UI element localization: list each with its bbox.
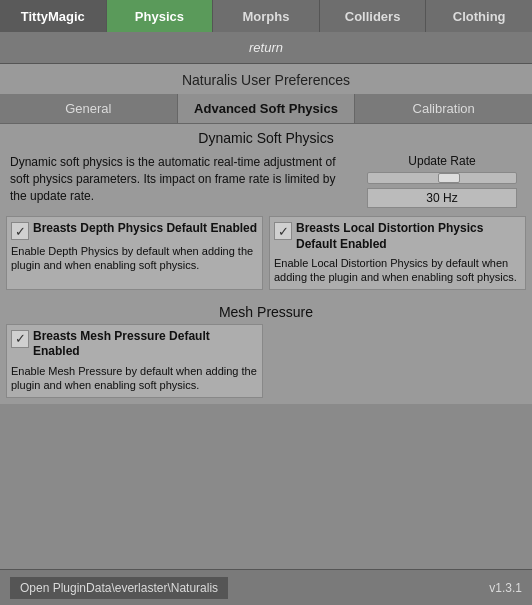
depth-physics-checkbox[interactable]: ✓ (11, 222, 29, 240)
preferences-title: Naturalis User Preferences (0, 64, 532, 94)
depth-physics-label: Breasts Depth Physics Default Enabled (33, 221, 257, 237)
sub-tab-general-label: General (65, 101, 111, 116)
dsp-body: Dynamic soft physics is the automatic re… (10, 154, 522, 208)
tab-clothing-label: Clothing (453, 9, 506, 24)
update-rate-slider[interactable] (367, 172, 517, 184)
mesh-pressure-checkbox[interactable]: ✓ (11, 330, 29, 348)
sub-tab-calibration-label: Calibration (413, 101, 475, 116)
return-bar: return (0, 32, 532, 64)
local-distortion-checkbox[interactable]: ✓ (274, 222, 292, 240)
tab-colliders[interactable]: Colliders (320, 0, 427, 32)
local-distortion-checkmark: ✓ (278, 225, 289, 238)
tab-physics-label: Physics (135, 9, 184, 24)
tab-clothing[interactable]: Clothing (426, 0, 532, 32)
tab-tittymagic-label: TittyMagic (21, 9, 85, 24)
checkbox-section: ✓ Breasts Depth Physics Default Enabled … (0, 216, 532, 298)
update-rate-box: Update Rate 30 Hz (362, 154, 522, 208)
dsp-section: Dynamic Soft Physics Dynamic soft physic… (0, 124, 532, 216)
depth-physics-label-row: ✓ Breasts Depth Physics Default Enabled (11, 221, 258, 240)
mesh-pressure-label: Breasts Mesh Pressure Default Enabled (33, 329, 258, 360)
depth-physics-checkmark: ✓ (15, 225, 26, 238)
sub-tab-advanced-soft-physics[interactable]: Advanced Soft Physics (178, 94, 356, 123)
sub-tab-advanced-label: Advanced Soft Physics (194, 101, 338, 116)
tab-morphs-label: Morphs (243, 9, 290, 24)
local-distortion-desc: Enable Local Distortion Physics by defau… (274, 256, 521, 285)
sub-tab-bar: General Advanced Soft Physics Calibratio… (0, 94, 532, 124)
tab-physics[interactable]: Physics (107, 0, 214, 32)
mesh-pressure-section: ✓ Breasts Mesh Pressure Default Enabled … (0, 324, 532, 404)
checkbox-row-1: ✓ Breasts Depth Physics Default Enabled … (6, 216, 526, 290)
tab-morphs[interactable]: Morphs (213, 0, 320, 32)
mesh-pressure-col: ✓ Breasts Mesh Pressure Default Enabled … (6, 324, 263, 398)
sub-tab-calibration[interactable]: Calibration (355, 94, 532, 123)
depth-physics-col: ✓ Breasts Depth Physics Default Enabled … (6, 216, 263, 290)
plugin-path-button[interactable]: Open PluginData\everlaster\Naturalis (10, 577, 228, 599)
local-distortion-label: Breasts Local Distortion Physics Default… (296, 221, 521, 252)
dsp-description: Dynamic soft physics is the automatic re… (10, 154, 352, 208)
dsp-title: Dynamic Soft Physics (10, 130, 522, 146)
tab-bar: TittyMagic Physics Morphs Colliders Clot… (0, 0, 532, 32)
local-distortion-col: ✓ Breasts Local Distortion Physics Defau… (269, 216, 526, 290)
tab-tittymagic[interactable]: TittyMagic (0, 0, 107, 32)
bottom-bar: Open PluginData\everlaster\Naturalis v1.… (0, 569, 532, 605)
mesh-pressure-title: Mesh Pressure (0, 298, 532, 324)
sub-tab-general[interactable]: General (0, 94, 178, 123)
update-rate-label: Update Rate (408, 154, 475, 168)
local-distortion-label-row: ✓ Breasts Local Distortion Physics Defau… (274, 221, 521, 252)
mesh-pressure-desc: Enable Mesh Pressure by default when add… (11, 364, 258, 393)
mesh-pressure-label-row: ✓ Breasts Mesh Pressure Default Enabled (11, 329, 258, 360)
rate-value: 30 Hz (367, 188, 517, 208)
version-label: v1.3.1 (489, 581, 522, 595)
mesh-pressure-checkmark: ✓ (15, 332, 26, 345)
tab-colliders-label: Colliders (345, 9, 401, 24)
slider-thumb (438, 173, 460, 183)
depth-physics-desc: Enable Depth Physics by default when add… (11, 244, 258, 273)
return-button[interactable]: return (249, 40, 283, 55)
